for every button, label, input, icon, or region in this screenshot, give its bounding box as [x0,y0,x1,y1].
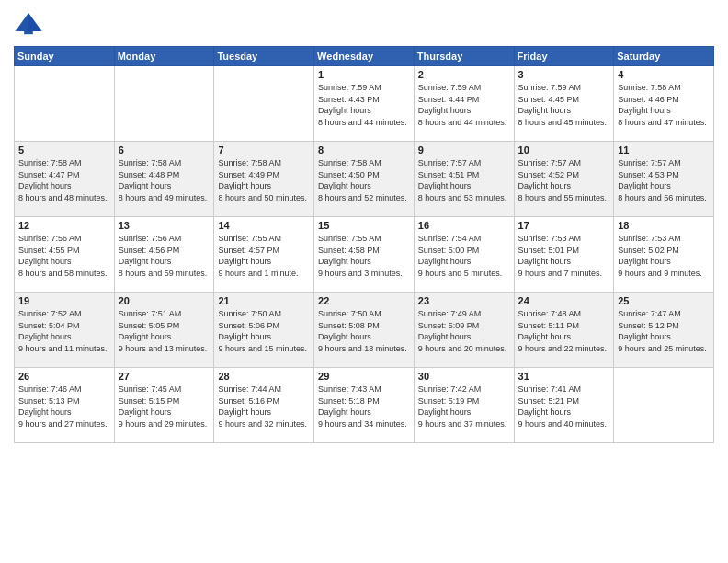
day-number: 2 [418,69,510,80]
day-info: Sunrise: 7:45 AMSunset: 5:15 PMDaylight … [119,384,210,430]
calendar: SundayMondayTuesdayWednesdayThursdayFrid… [14,46,714,443]
calendar-cell: 2Sunrise: 7:59 AMSunset: 4:44 PMDaylight… [414,66,514,142]
day-info: Sunrise: 7:57 AMSunset: 4:52 PMDaylight … [518,157,610,203]
calendar-cell: 1Sunrise: 7:59 AMSunset: 4:43 PMDaylight… [314,66,415,142]
calendar-cell: 3Sunrise: 7:59 AMSunset: 4:45 PMDaylight… [514,66,614,142]
calendar-cell: 22Sunrise: 7:50 AMSunset: 5:08 PMDayligh… [314,293,415,368]
day-number: 27 [119,371,210,382]
day-header-friday: Friday [514,47,614,66]
day-info: Sunrise: 7:47 AMSunset: 5:12 PMDaylight … [618,308,710,354]
day-info: Sunrise: 7:56 AMSunset: 4:55 PMDaylight … [18,233,110,279]
day-number: 12 [18,220,110,231]
svg-rect-2 [24,31,33,34]
logo [14,9,47,39]
calendar-cell: 27Sunrise: 7:45 AMSunset: 5:15 PMDayligh… [114,368,214,443]
day-info: Sunrise: 7:50 AMSunset: 5:06 PMDaylight … [218,308,310,354]
calendar-cell: 15Sunrise: 7:55 AMSunset: 4:58 PMDayligh… [314,217,415,293]
day-number: 13 [119,220,210,231]
day-number: 6 [119,144,210,155]
day-info: Sunrise: 7:58 AMSunset: 4:50 PMDaylight … [318,157,410,203]
week-row-4: 19Sunrise: 7:52 AMSunset: 5:04 PMDayligh… [15,293,714,368]
calendar-cell [114,66,214,142]
day-header-tuesday: Tuesday [214,47,314,66]
day-info: Sunrise: 7:54 AMSunset: 5:00 PMDaylight … [418,233,510,279]
calendar-cell: 28Sunrise: 7:44 AMSunset: 5:16 PMDayligh… [214,368,314,443]
calendar-cell: 12Sunrise: 7:56 AMSunset: 4:55 PMDayligh… [15,217,115,293]
header [14,9,714,39]
day-info: Sunrise: 7:56 AMSunset: 4:56 PMDaylight … [119,233,210,279]
calendar-cell: 21Sunrise: 7:50 AMSunset: 5:06 PMDayligh… [214,293,314,368]
week-row-1: 1Sunrise: 7:59 AMSunset: 4:43 PMDaylight… [15,66,714,142]
day-header-wednesday: Wednesday [314,47,415,66]
day-info: Sunrise: 7:57 AMSunset: 4:53 PMDaylight … [618,157,710,203]
day-info: Sunrise: 7:48 AMSunset: 5:11 PMDaylight … [518,308,610,354]
calendar-cell: 9Sunrise: 7:57 AMSunset: 4:51 PMDaylight… [414,142,514,217]
calendar-header-row: SundayMondayTuesdayWednesdayThursdayFrid… [15,47,714,66]
calendar-cell: 11Sunrise: 7:57 AMSunset: 4:53 PMDayligh… [614,142,714,217]
svg-marker-1 [28,13,41,31]
day-info: Sunrise: 7:53 AMSunset: 5:02 PMDaylight … [618,233,710,279]
day-number: 28 [218,371,310,382]
day-number: 5 [18,144,110,155]
day-header-saturday: Saturday [614,47,714,66]
day-info: Sunrise: 7:59 AMSunset: 4:45 PMDaylight … [518,82,610,128]
day-number: 11 [618,144,710,155]
day-number: 22 [318,295,410,306]
calendar-cell: 20Sunrise: 7:51 AMSunset: 5:05 PMDayligh… [114,293,214,368]
day-number: 1 [318,69,410,80]
calendar-cell: 4Sunrise: 7:58 AMSunset: 4:46 PMDaylight… [614,66,714,142]
day-info: Sunrise: 7:55 AMSunset: 4:57 PMDaylight … [218,233,310,279]
day-info: Sunrise: 7:42 AMSunset: 5:19 PMDaylight … [418,384,510,430]
day-number: 10 [518,144,610,155]
day-info: Sunrise: 7:58 AMSunset: 4:46 PMDaylight … [618,82,710,128]
day-number: 30 [418,371,510,382]
day-number: 29 [318,371,410,382]
day-header-sunday: Sunday [15,47,115,66]
calendar-cell: 30Sunrise: 7:42 AMSunset: 5:19 PMDayligh… [414,368,514,443]
day-info: Sunrise: 7:44 AMSunset: 5:16 PMDaylight … [218,384,310,430]
calendar-cell: 17Sunrise: 7:53 AMSunset: 5:01 PMDayligh… [514,217,614,293]
day-number: 3 [518,69,610,80]
day-info: Sunrise: 7:50 AMSunset: 5:08 PMDaylight … [318,308,410,354]
day-number: 17 [518,220,610,231]
calendar-cell: 16Sunrise: 7:54 AMSunset: 5:00 PMDayligh… [414,217,514,293]
calendar-cell: 23Sunrise: 7:49 AMSunset: 5:09 PMDayligh… [414,293,514,368]
calendar-cell: 7Sunrise: 7:58 AMSunset: 4:49 PMDaylight… [214,142,314,217]
day-info: Sunrise: 7:58 AMSunset: 4:49 PMDaylight … [218,157,310,203]
day-number: 18 [618,220,710,231]
day-info: Sunrise: 7:58 AMSunset: 4:48 PMDaylight … [119,157,210,203]
day-number: 21 [218,295,310,306]
day-number: 15 [318,220,410,231]
day-header-monday: Monday [114,47,214,66]
day-info: Sunrise: 7:49 AMSunset: 5:09 PMDaylight … [418,308,510,354]
day-number: 19 [18,295,110,306]
day-info: Sunrise: 7:53 AMSunset: 5:01 PMDaylight … [518,233,610,279]
day-info: Sunrise: 7:46 AMSunset: 5:13 PMDaylight … [18,384,110,430]
day-info: Sunrise: 7:59 AMSunset: 4:44 PMDaylight … [418,82,510,128]
logo-icon [14,9,43,39]
week-row-5: 26Sunrise: 7:46 AMSunset: 5:13 PMDayligh… [15,368,714,443]
calendar-cell [614,368,714,443]
calendar-cell: 13Sunrise: 7:56 AMSunset: 4:56 PMDayligh… [114,217,214,293]
day-number: 31 [518,371,610,382]
day-number: 14 [218,220,310,231]
week-row-3: 12Sunrise: 7:56 AMSunset: 4:55 PMDayligh… [15,217,714,293]
calendar-cell: 6Sunrise: 7:58 AMSunset: 4:48 PMDaylight… [114,142,214,217]
day-info: Sunrise: 7:55 AMSunset: 4:58 PMDaylight … [318,233,410,279]
day-info: Sunrise: 7:51 AMSunset: 5:05 PMDaylight … [119,308,210,354]
day-info: Sunrise: 7:58 AMSunset: 4:47 PMDaylight … [18,157,110,203]
calendar-cell: 8Sunrise: 7:58 AMSunset: 4:50 PMDaylight… [314,142,415,217]
calendar-cell: 25Sunrise: 7:47 AMSunset: 5:12 PMDayligh… [614,293,714,368]
calendar-cell: 29Sunrise: 7:43 AMSunset: 5:18 PMDayligh… [314,368,415,443]
day-header-thursday: Thursday [414,47,514,66]
day-info: Sunrise: 7:59 AMSunset: 4:43 PMDaylight … [318,82,410,128]
day-number: 16 [418,220,510,231]
calendar-cell [214,66,314,142]
day-number: 26 [18,371,110,382]
page: SundayMondayTuesdayWednesdayThursdayFrid… [0,0,728,563]
calendar-cell: 10Sunrise: 7:57 AMSunset: 4:52 PMDayligh… [514,142,614,217]
day-number: 9 [418,144,510,155]
week-row-2: 5Sunrise: 7:58 AMSunset: 4:47 PMDaylight… [15,142,714,217]
calendar-cell: 14Sunrise: 7:55 AMSunset: 4:57 PMDayligh… [214,217,314,293]
calendar-cell: 26Sunrise: 7:46 AMSunset: 5:13 PMDayligh… [15,368,115,443]
